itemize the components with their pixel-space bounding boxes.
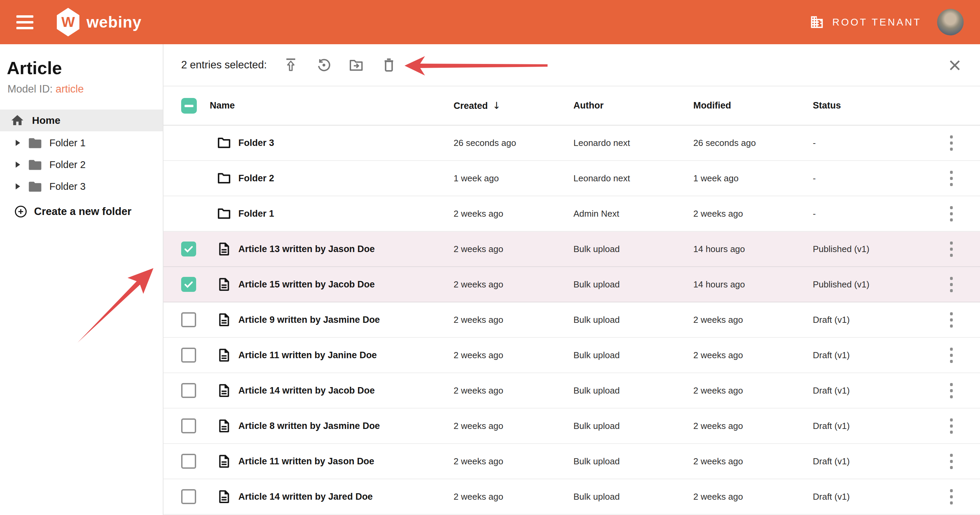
column-header-name[interactable]: Name <box>196 100 453 111</box>
close-selection-button[interactable] <box>947 57 963 73</box>
sidebar-folder-item[interactable]: Folder 1 <box>0 132 163 154</box>
folder-icon <box>28 179 43 194</box>
row-modified: 2 weeks ago <box>693 456 813 467</box>
row-name[interactable]: Folder 1 <box>239 209 274 219</box>
row-name[interactable]: Article 13 written by Jason Doe <box>239 244 375 254</box>
row-menu-button[interactable] <box>943 165 960 192</box>
row-checkbox[interactable] <box>181 383 196 398</box>
row-name[interactable]: Article 11 written by Jason Doe <box>239 456 374 467</box>
table-row[interactable]: Article 11 written by Janine Doe 2 weeks… <box>164 338 980 373</box>
row-type-icon <box>216 489 232 504</box>
row-status: Draft (v1) <box>813 385 935 396</box>
webiny-logo-icon: W <box>56 8 80 36</box>
row-name[interactable]: Article 9 written by Jasmine Doe <box>239 315 380 325</box>
selected-count-text: 2 entries selected: <box>181 59 267 71</box>
row-created: 2 weeks ago <box>453 421 573 431</box>
column-header-created[interactable]: Created↓ <box>453 100 573 111</box>
row-name[interactable]: Folder 3 <box>239 138 274 148</box>
row-name[interactable]: Article 15 written by Jacob Doe <box>239 279 375 290</box>
row-checkbox[interactable] <box>181 312 196 327</box>
row-checkbox[interactable] <box>181 489 196 504</box>
row-author: Admin Next <box>573 209 693 219</box>
table-row[interactable]: Article 14 written by Jared Doe 2 weeks … <box>164 479 980 515</box>
table-row[interactable]: Article 11 written by Jason Doe 2 weeks … <box>164 444 980 479</box>
row-menu-button[interactable] <box>943 306 960 333</box>
row-menu-button[interactable] <box>943 235 960 263</box>
row-type-icon <box>216 383 232 398</box>
row-type-icon <box>216 277 232 292</box>
row-menu-button[interactable] <box>943 200 960 227</box>
row-type-icon <box>216 206 232 221</box>
publish-icon <box>283 57 299 73</box>
row-menu-button[interactable] <box>943 342 960 369</box>
sidebar-folder-item[interactable]: Folder 2 <box>0 154 163 176</box>
table-row[interactable]: Folder 3 26 seconds ago Leonardo next 26… <box>164 125 980 161</box>
row-menu-button[interactable] <box>943 271 960 298</box>
row-modified: 2 weeks ago <box>693 385 813 396</box>
row-created: 26 seconds ago <box>453 138 573 148</box>
table-row[interactable]: Article 9 written by Jasmine Doe 2 weeks… <box>164 303 980 338</box>
column-header-modified[interactable]: Modified <box>693 100 813 111</box>
table-row[interactable]: Article 14 written by Jacob Doe 2 weeks … <box>164 373 980 409</box>
row-name[interactable]: Article 11 written by Janine Doe <box>239 350 377 361</box>
row-modified: 2 weeks ago <box>693 315 813 325</box>
unpublish-button[interactable] <box>315 56 332 74</box>
table-header: Name Created↓ Author Modified Status <box>164 86 980 125</box>
sidebar-folder-item[interactable]: Folder 3 <box>0 176 163 197</box>
row-menu-button[interactable] <box>943 483 960 510</box>
row-checkbox[interactable] <box>181 454 196 469</box>
content-panel: 2 entries selected: <box>164 44 980 515</box>
publish-button[interactable] <box>282 56 300 74</box>
sidebar-item-home[interactable]: Home <box>0 109 163 131</box>
row-menu-button[interactable] <box>943 412 960 439</box>
row-status: Draft (v1) <box>813 350 935 361</box>
row-type-icon <box>216 241 232 257</box>
row-created: 2 weeks ago <box>453 491 573 502</box>
chevron-right-icon[interactable] <box>16 162 20 168</box>
row-menu-button[interactable] <box>943 448 960 475</box>
row-checkbox[interactable] <box>181 348 196 363</box>
model-id: Model ID: article <box>8 83 163 95</box>
table-row[interactable]: Folder 1 2 weeks ago Admin Next 2 weeks … <box>164 196 980 231</box>
avatar[interactable] <box>937 9 964 35</box>
table-row[interactable]: Folder 2 1 week ago Leonardo next 1 week… <box>164 161 980 196</box>
row-name[interactable]: Article 8 written by Jasmine Doe <box>239 421 380 431</box>
row-menu-button[interactable] <box>943 129 960 157</box>
delete-button[interactable] <box>380 56 398 74</box>
row-name[interactable]: Article 14 written by Jacob Doe <box>239 385 375 396</box>
row-type-icon <box>216 418 232 433</box>
row-menu-button[interactable] <box>943 377 960 404</box>
row-status: Draft (v1) <box>813 315 935 325</box>
create-folder-button[interactable]: Create a new folder <box>0 201 163 222</box>
row-type-icon <box>216 171 232 186</box>
row-checkbox[interactable] <box>181 277 196 292</box>
row-created: 2 weeks ago <box>453 209 573 219</box>
select-all-checkbox[interactable] <box>181 98 197 114</box>
column-header-status[interactable]: Status <box>813 100 935 111</box>
row-checkbox[interactable] <box>181 241 196 257</box>
tenant-selector[interactable]: ROOT TENANT <box>809 14 921 30</box>
table-row[interactable]: Article 13 written by Jason Doe 2 weeks … <box>164 231 980 267</box>
sidebar-folder-label: Folder 1 <box>49 138 86 149</box>
row-author: Bulk upload <box>573 315 693 325</box>
row-created: 2 weeks ago <box>453 385 573 396</box>
home-icon <box>10 113 24 128</box>
menu-icon[interactable] <box>16 15 33 29</box>
table-row[interactable]: Article 8 written by Jasmine Doe 2 weeks… <box>164 409 980 444</box>
webiny-logo[interactable]: W webiny <box>56 8 142 36</box>
model-id-value: article <box>56 83 84 95</box>
chevron-right-icon[interactable] <box>16 140 20 146</box>
unpublish-icon <box>315 57 332 73</box>
move-to-folder-button[interactable] <box>347 56 365 74</box>
row-status: Published (v1) <box>813 279 935 290</box>
page-title: Article <box>7 58 163 78</box>
row-name[interactable]: Article 14 written by Jared Doe <box>239 491 373 502</box>
column-header-author[interactable]: Author <box>573 100 693 111</box>
row-checkbox[interactable] <box>181 418 196 433</box>
row-created: 2 weeks ago <box>453 244 573 254</box>
topbar: W webiny ROOT TENANT <box>0 0 980 44</box>
row-author: Leonardo next <box>573 173 693 184</box>
table-row[interactable]: Article 15 written by Jacob Doe 2 weeks … <box>164 267 980 303</box>
chevron-right-icon[interactable] <box>16 183 20 190</box>
row-name[interactable]: Folder 2 <box>239 173 274 184</box>
